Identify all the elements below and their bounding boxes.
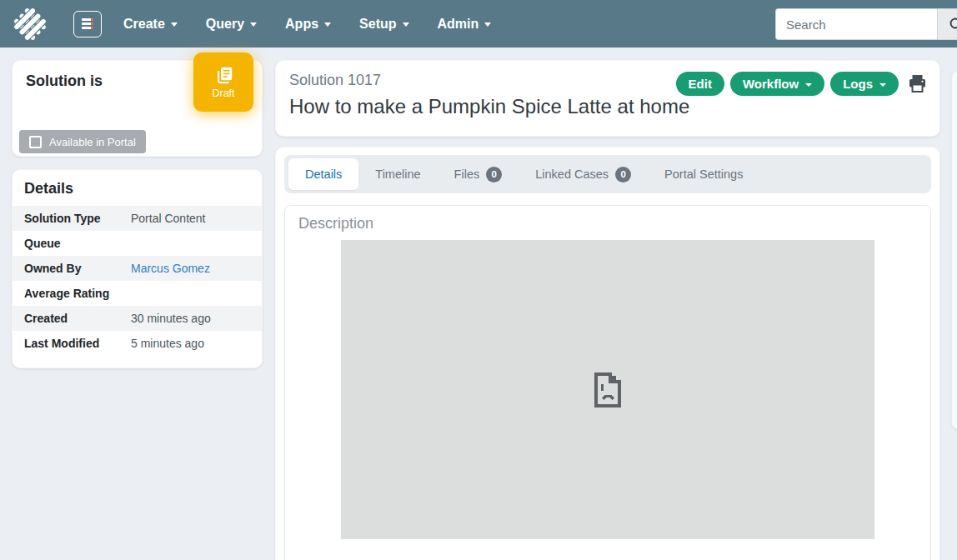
caret-down-icon [403,22,409,27]
print-button[interactable] [907,74,928,93]
record-body-card: Details Timeline Files 0 Linked Cases 0 … [275,147,940,560]
page-title: How to make a Pumpkin Spice Latte at hom… [289,95,926,118]
header-actions: Edit Workflow Logs [676,72,928,96]
left-sidebar: Solution is Draft Available in Portal De… [12,60,263,368]
nav-item-create[interactable]: Create [123,17,178,32]
search-button[interactable] [937,8,957,40]
printer-icon [907,74,928,93]
available-in-portal-button[interactable]: Available in Portal [19,130,146,153]
caret-down-icon [171,22,178,27]
caret-down-icon [805,83,812,87]
broken-image-icon [594,372,622,408]
details-value [131,231,262,256]
top-navbar: Create Query Apps Setup Admin [0,0,957,48]
details-row: Created 30 minutes ago [13,306,262,331]
details-row: Average Rating [13,281,262,306]
description-image-placeholder [341,240,874,539]
description-section: Description [284,205,931,560]
details-row: Queue [13,231,262,256]
nav-item-query[interactable]: Query [206,17,257,32]
status-badge-label: Draft [212,88,234,99]
details-row: Solution Type Portal Content [13,206,262,231]
main-content: Solution 1017 How to make a Pumpkin Spic… [275,60,940,560]
count-badge: 0 [615,167,631,182]
details-value [131,281,262,306]
logo-knot-icon[interactable] [10,4,50,44]
caret-down-icon [484,22,491,27]
details-label: Owned By [13,256,131,281]
caret-down-icon [879,83,886,87]
available-in-portal-label: Available in Portal [49,136,136,148]
cutoff-right-panel [951,71,957,429]
details-card-title: Details [13,180,262,206]
details-label: Average Rating [13,281,131,306]
caret-down-icon [324,22,331,27]
count-badge: 0 [486,167,502,182]
hamburger-icon [82,18,93,21]
tab-details[interactable]: Details [288,158,358,190]
details-table: Solution Type Portal Content Queue Owned… [13,206,262,356]
nav-item-admin[interactable]: Admin [438,17,492,32]
tab-portal-settings[interactable]: Portal Settings [648,158,759,190]
journals-icon [214,66,233,85]
details-label: Solution Type [13,206,131,231]
nav-menu: Create Query Apps Setup Admin [123,17,491,32]
status-card: Solution is Draft Available in Portal [12,60,263,157]
menu-toggle-button[interactable] [73,11,102,38]
details-label: Queue [13,231,131,256]
details-label: Created [13,306,131,331]
workflow-button[interactable]: Workflow [730,72,824,96]
details-value: Marcus Gomez [131,256,262,281]
edit-button[interactable]: Edit [676,72,724,96]
nav-item-setup[interactable]: Setup [359,17,408,32]
details-row: Last Modified 5 minutes ago [13,331,262,356]
owner-link[interactable]: Marcus Gomez [131,262,210,275]
tab-files[interactable]: Files 0 [438,158,519,190]
details-label: Last Modified [13,331,131,356]
search-group [775,8,957,40]
caret-down-icon [250,22,257,27]
tab-timeline[interactable]: Timeline [358,158,437,190]
record-header-card: Solution 1017 How to make a Pumpkin Spic… [275,60,940,137]
status-badge[interactable]: Draft [193,52,253,112]
checkbox-icon [29,136,42,148]
search-input[interactable] [775,8,937,40]
nav-item-apps[interactable]: Apps [285,17,331,32]
details-value: Portal Content [131,206,262,231]
tabs-bar: Details Timeline Files 0 Linked Cases 0 … [284,155,931,193]
details-card: Details Solution Type Portal Content Que… [12,169,263,368]
description-title: Description [285,206,930,240]
tab-linked-cases[interactable]: Linked Cases 0 [519,158,648,190]
logs-button[interactable]: Logs [830,72,899,96]
magnifier-icon [949,17,957,32]
details-table-body: Solution Type Portal Content Queue Owned… [13,206,262,356]
details-value: 5 minutes ago [131,331,262,356]
details-value: 30 minutes ago [131,306,262,331]
details-row: Owned By Marcus Gomez [13,256,262,281]
